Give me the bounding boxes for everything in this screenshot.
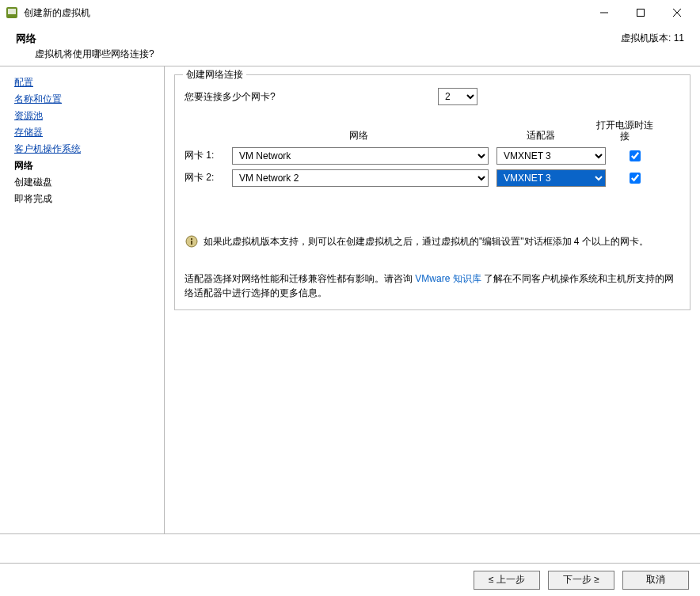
header-network: 网络 [232,129,485,142]
nic2-connect-checkbox[interactable] [630,173,641,184]
sidebar-item-storage[interactable]: 存储器 [14,124,164,141]
nic1-label: 网卡 1: [185,149,232,162]
network-groupbox: 创建网络连接 您要连接多少个网卡? 2 网络 适配器 打开电源时连接 网卡 1: [174,74,690,310]
main-panel: 创建网络连接 您要连接多少个网卡? 2 网络 适配器 打开电源时连接 网卡 1: [165,66,700,533]
maximize-button[interactable] [622,1,659,25]
window-title: 创建新的虚拟机 [24,6,586,20]
page-title: 网络 [16,32,621,46]
close-button[interactable] [659,1,695,25]
header-connect: 打开电源时连接 [596,120,653,142]
info-text-2: 适配器选择对网络性能和迁移兼容性都有影响。请咨询 VMware 知识库 了解在不… [185,271,680,300]
nic1-connect-checkbox[interactable] [630,150,641,161]
next-button[interactable]: 下一步 ≥ [548,571,614,590]
sidebar-item-resource-pool[interactable]: 资源池 [14,108,164,124]
nic2-network-select[interactable]: VM Network 2 [232,169,489,187]
nic-count-select[interactable]: 2 [438,88,477,105]
sidebar-item-create-disk: 创建磁盘 [14,174,164,191]
nic-row-2: 网卡 2: VM Network 2 VMXNET 3 [185,169,680,187]
titlebar: 创建新的虚拟机 [0,0,700,25]
sidebar-item-name-location[interactable]: 名称和位置 [14,91,164,108]
svg-rect-7 [191,238,192,240]
sidebar-item-guest-os[interactable]: 客户机操作系统 [14,141,164,158]
nic2-adapter-select[interactable]: VMXNET 3 [496,169,606,187]
wizard-footer: ≤ 上一步 下一步 ≥ 取消 [0,563,700,596]
svg-rect-3 [637,9,645,17]
nic-row-1: 网卡 1: VM Network VMXNET 3 [185,147,680,165]
info-icon [185,234,204,251]
vmware-kb-link[interactable]: VMware 知识库 [415,273,481,284]
header-adapter: 适配器 [485,129,596,142]
sidebar-item-network: 网络 [14,158,164,174]
page-header: 网络 虚拟机将使用哪些网络连接? 虚拟机版本: 11 [0,25,700,66]
nic2-label: 网卡 2: [185,171,232,184]
back-button[interactable]: ≤ 上一步 [474,571,540,590]
cancel-button[interactable]: 取消 [622,571,689,590]
sidebar-item-ready-complete: 即将完成 [14,191,164,207]
nic-count-label: 您要连接多少个网卡? [185,90,438,104]
sidebar-item-config[interactable]: 配置 [14,74,164,91]
vm-version-label: 虚拟机版本: 11 [621,32,684,61]
info-text-1: 如果此虚拟机版本支持，则可以在创建虚拟机之后，通过虚拟机的"编辑设置"对话框添加… [204,234,680,251]
nic1-network-select[interactable]: VM Network [232,147,489,165]
footer-divider [0,533,700,534]
svg-rect-1 [8,9,16,14]
wizard-sidebar: 配置 名称和位置 资源池 存储器 客户机操作系统 网络 创建磁盘 即将完成 [0,66,165,533]
page-subtitle: 虚拟机将使用哪些网络连接? [35,47,621,61]
nic1-adapter-select[interactable]: VMXNET 3 [496,147,606,165]
minimize-button[interactable] [586,1,622,25]
app-icon [5,6,19,20]
window-controls [586,1,695,25]
svg-rect-8 [191,241,192,245]
groupbox-legend: 创建网络连接 [183,68,246,82]
